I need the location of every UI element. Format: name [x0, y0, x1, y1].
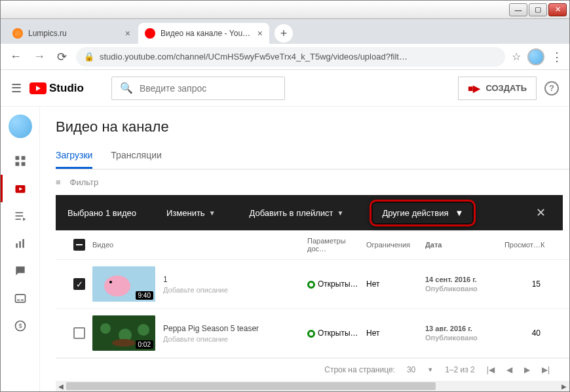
search-input[interactable]: [140, 83, 277, 94]
col-video[interactable]: Видео: [92, 241, 307, 249]
visibility-public-icon: [307, 330, 315, 338]
col-comments[interactable]: К: [541, 241, 559, 249]
date-status: Опубликовано: [425, 285, 504, 293]
channel-avatar[interactable]: [9, 115, 32, 138]
sidebar-dashboard[interactable]: [1, 147, 40, 175]
row-checkbox[interactable]: [73, 327, 85, 339]
video-title: Peppa Pig Season 5 teaser: [163, 324, 259, 333]
lock-icon: 🔒: [84, 52, 94, 62]
window-maximize-button[interactable]: ▢: [529, 3, 547, 16]
svg-rect-8: [15, 219, 20, 220]
svg-rect-11: [19, 241, 21, 248]
views-count: 40: [504, 329, 541, 338]
more-actions-label: Другие действия: [382, 208, 448, 218]
selection-count: Выбрано 1 видео: [67, 208, 136, 218]
page-next-icon[interactable]: ▶: [524, 365, 530, 374]
chevron-down-icon: ▼: [209, 209, 216, 217]
add-to-playlist-dropdown[interactable]: Добавить в плейлист ▼: [246, 208, 348, 218]
restrictions-text: Нет: [366, 279, 425, 289]
svg-rect-10: [16, 243, 18, 248]
sidebar: $: [1, 107, 40, 391]
filter-bar[interactable]: ≡ Фильтр: [56, 169, 569, 195]
sidebar-content[interactable]: [1, 175, 40, 202]
row-checkbox[interactable]: ✓: [73, 278, 85, 290]
svg-rect-12: [22, 239, 24, 247]
browser-tabstrip: Lumpics.ru × Видео на канале - YouTube S…: [1, 19, 569, 44]
svg-rect-6: [15, 212, 23, 213]
rows-per-page-value[interactable]: 30: [407, 365, 415, 374]
tab-uploads[interactable]: Загрузки: [56, 143, 92, 169]
table-row[interactable]: 0:02 Peppa Pig Season 5 teaser Добавьте …: [56, 309, 569, 358]
browser-tab-lumpics[interactable]: Lumpics.ru ×: [6, 23, 137, 44]
page-last-icon[interactable]: ▶|: [542, 365, 550, 374]
close-tab-icon[interactable]: ×: [125, 28, 130, 39]
profile-avatar[interactable]: [527, 48, 544, 65]
scroll-left-arrow[interactable]: ◀: [56, 383, 66, 390]
browser-toolbar: ← → ⟳ 🔒 studio.youtube.com/channel/UCmHS…: [1, 44, 569, 70]
video-thumbnail[interactable]: 9:40: [92, 266, 155, 302]
chevron-down-icon[interactable]: ▼: [427, 366, 433, 373]
favicon-lumpics: [12, 28, 23, 39]
video-description-placeholder: Добавьте описание: [163, 286, 228, 294]
video-title: 1: [163, 275, 228, 284]
svg-rect-0: [15, 156, 19, 160]
table-row[interactable]: ✓ 9:40 1 Добавьте описание Открыты… Нет …: [56, 260, 569, 309]
svg-rect-2: [15, 162, 19, 166]
tab-title: Lumpics.ru: [28, 29, 120, 38]
new-tab-button[interactable]: +: [275, 24, 293, 43]
restrictions-text: Нет: [366, 329, 425, 338]
studio-logo[interactable]: Studio: [29, 82, 84, 95]
close-tab-icon[interactable]: ×: [257, 28, 263, 39]
col-views[interactable]: Просмот…: [504, 241, 541, 249]
chevron-down-icon: ▼: [455, 208, 463, 218]
edit-dropdown[interactable]: Изменить ▼: [162, 208, 219, 218]
video-thumbnail[interactable]: 0:02: [92, 315, 155, 351]
page-prev-icon[interactable]: ◀: [506, 365, 512, 374]
sidebar-playlists[interactable]: [1, 202, 40, 230]
nav-back-button[interactable]: ←: [7, 47, 24, 66]
horizontal-scrollbar[interactable]: ◀ ▶: [56, 381, 569, 391]
tab-live[interactable]: Трансляции: [111, 143, 161, 169]
sidebar-analytics[interactable]: [1, 230, 40, 257]
search-box[interactable]: 🔍: [111, 77, 286, 100]
hamburger-menu-icon[interactable]: ☰: [11, 81, 22, 96]
window-minimize-button[interactable]: —: [509, 3, 527, 16]
table-header: Видео Параметры дос… Ограничения Дата Пр…: [56, 230, 569, 260]
svg-rect-13: [15, 294, 25, 302]
bookmark-star-icon[interactable]: ☆: [512, 50, 521, 63]
nav-forward-button[interactable]: →: [31, 47, 48, 66]
sidebar-subtitles[interactable]: [1, 285, 40, 312]
sidebar-monetization[interactable]: $: [1, 312, 40, 340]
svg-point-19: [104, 276, 130, 296]
scroll-track[interactable]: [66, 382, 559, 391]
add-playlist-label: Добавить в плейлист: [250, 208, 333, 218]
col-visibility[interactable]: Параметры дос…: [307, 237, 366, 253]
help-button[interactable]: ?: [544, 81, 559, 96]
col-restrictions[interactable]: Ограничения: [366, 241, 425, 249]
svg-marker-9: [23, 218, 26, 221]
more-actions-dropdown[interactable]: Другие действия ▼: [370, 200, 476, 226]
date-status: Опубликовано: [425, 334, 504, 342]
svg-rect-7: [15, 215, 23, 217]
visibility-public-icon: [307, 281, 315, 289]
page-first-icon[interactable]: |◀: [487, 365, 495, 374]
nav-reload-button[interactable]: ⟳: [54, 47, 69, 67]
svg-rect-15: [20, 300, 23, 301]
scroll-right-arrow[interactable]: ▶: [559, 383, 569, 390]
visibility-text: Открыты…: [318, 329, 358, 338]
col-date[interactable]: Дата: [425, 241, 504, 249]
browser-menu-icon[interactable]: ⋮: [551, 50, 563, 64]
favicon-youtube: [145, 28, 155, 39]
select-all-checkbox[interactable]: [73, 239, 85, 251]
address-bar[interactable]: 🔒 studio.youtube.com/channel/UCmHS5wyFw5…: [76, 47, 505, 67]
create-button[interactable]: ■▶ СОЗДАТЬ: [458, 77, 537, 100]
window-close-button[interactable]: ✕: [548, 3, 567, 16]
video-camera-icon: ■▶: [468, 83, 480, 94]
scroll-thumb[interactable]: [66, 382, 436, 390]
sidebar-comments[interactable]: [1, 257, 40, 285]
browser-tab-youtube-studio[interactable]: Видео на канале - YouTube Stu ×: [138, 23, 269, 44]
date-text: 13 авг. 2016 г.: [425, 325, 504, 332]
chevron-down-icon: ▼: [337, 209, 344, 217]
close-selection-bar[interactable]: ✕: [531, 205, 551, 220]
duration-badge: 0:02: [136, 340, 153, 349]
